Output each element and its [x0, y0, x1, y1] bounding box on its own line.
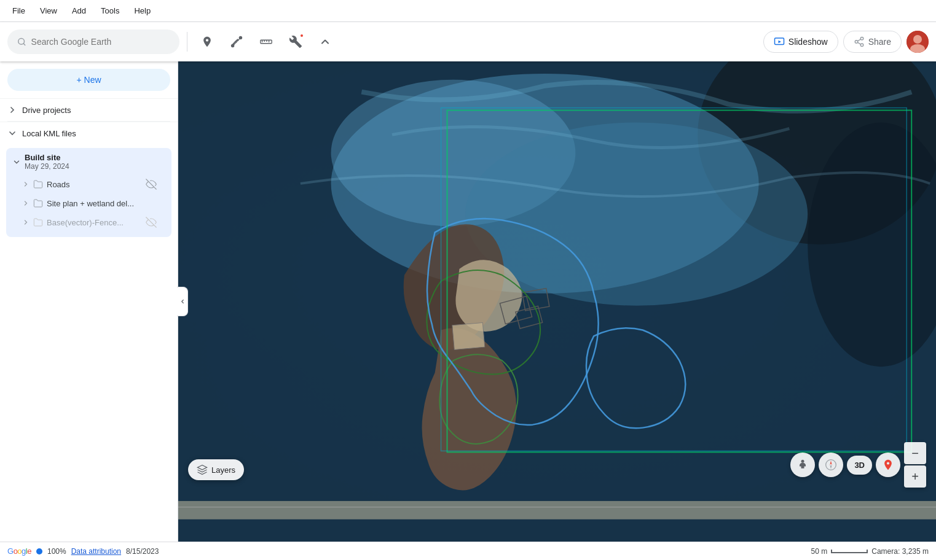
svg-marker-35: [198, 465, 207, 470]
sidebar: + New Drive projects Local KML files Bui…: [0, 61, 178, 542]
search-icon: [17, 37, 26, 47]
share-label: Share: [868, 37, 891, 47]
zoom-out-button[interactable]: −: [904, 442, 926, 464]
expand-arrow-siteplan: [22, 200, 29, 207]
percentage: 100%: [47, 547, 66, 556]
draw-line-button[interactable]: [224, 29, 249, 54]
folder-icon-base: [33, 217, 43, 227]
slideshow-label: Slideshow: [789, 37, 828, 47]
menu-file[interactable]: File: [5, 2, 33, 19]
visibility-off-icon-base[interactable]: [146, 217, 157, 228]
drive-projects-section[interactable]: Drive projects: [0, 98, 178, 121]
slideshow-button[interactable]: Slideshow: [763, 31, 838, 53]
pegman-icon: [796, 459, 809, 471]
layers-label: Layers: [211, 465, 235, 475]
main-wrapper: + New Drive projects Local KML files Bui…: [0, 61, 936, 542]
folder-row-base[interactable]: Base(vector)-Fence...: [12, 212, 165, 232]
avatar-image: [907, 31, 929, 53]
menu-add[interactable]: Add: [65, 2, 93, 19]
3d-button[interactable]: 3D: [847, 456, 872, 475]
folder-row-siteplan[interactable]: Site plan + wetland del...: [12, 194, 165, 212]
folder-siteplan-label: Site plan + wetland del...: [47, 199, 157, 208]
topbar-right: Slideshow Share: [763, 31, 929, 53]
collapse-toolbar-button[interactable]: [313, 29, 337, 54]
search-input[interactable]: [31, 37, 170, 47]
chevron-right-icon: [7, 105, 17, 115]
local-kml-label: Local KML files: [22, 129, 76, 138]
sidebar-collapse-handle[interactable]: [177, 287, 188, 316]
share-icon: [854, 36, 865, 47]
loading-indicator: [36, 548, 42, 554]
camera-info: Camera: 3,235 m: [871, 547, 929, 556]
status-date: 8/15/2023: [126, 547, 159, 556]
compass-button[interactable]: [819, 453, 843, 477]
pegman-button[interactable]: [790, 453, 815, 477]
share-button[interactable]: Share: [843, 31, 902, 53]
layers-button[interactable]: Layers: [188, 459, 244, 480]
svg-line-1: [23, 44, 25, 45]
kml-project-item: Build site May 29, 2024 Roads: [6, 148, 171, 237]
svg-marker-39: [830, 465, 832, 469]
compass-icon: [825, 459, 837, 471]
zoom-controls: − +: [904, 442, 926, 488]
place-pin-button[interactable]: [195, 29, 219, 54]
place-pin-icon: [201, 36, 213, 48]
expand-arrow-base: [22, 219, 29, 226]
statusbar: Google 100% Data attribution 8/15/2023 5…: [0, 542, 936, 560]
avatar[interactable]: [907, 31, 929, 53]
folder-list: Roads Site plan + wetland del...: [12, 174, 165, 232]
svg-point-11: [860, 37, 863, 41]
north-pin-icon: [882, 459, 894, 471]
layers-icon: [197, 464, 208, 475]
menu-view[interactable]: View: [33, 2, 65, 19]
svg-line-14: [857, 42, 860, 44]
zoom-in-button[interactable]: +: [904, 465, 926, 488]
drive-projects-label: Drive projects: [22, 106, 71, 115]
kml-item-header: Build site May 29, 2024: [12, 153, 165, 171]
svg-marker-10: [778, 41, 781, 44]
3d-label: 3D: [854, 461, 865, 470]
folder-base-label: Base(vector)-Fence...: [47, 218, 142, 227]
svg-point-13: [860, 44, 863, 47]
svg-marker-38: [830, 461, 832, 465]
svg-point-17: [913, 35, 922, 44]
scale-label: 50 m: [811, 547, 828, 556]
folder-roads-label: Roads: [47, 180, 142, 189]
svg-line-15: [857, 39, 860, 41]
project-info: Build site May 29, 2024: [25, 153, 69, 171]
google-logo: Google: [7, 546, 31, 556]
folder-icon-siteplan: [33, 198, 43, 208]
project-collapse-icon[interactable]: [12, 158, 21, 166]
visibility-off-icon-roads[interactable]: [146, 179, 157, 190]
folder-icon-roads: [33, 179, 43, 189]
project-title: Build site: [25, 153, 69, 162]
measure-icon: [259, 35, 273, 49]
measure-button[interactable]: [254, 29, 278, 54]
folder-row-roads[interactable]: Roads: [12, 174, 165, 194]
map-area[interactable]: Layers 3D: [178, 61, 936, 542]
toolbar: Slideshow Share: [0, 22, 936, 61]
slideshow-icon: [774, 36, 785, 47]
svg-point-12: [855, 41, 858, 44]
menubar: File View Add Tools Help: [0, 0, 936, 22]
menu-tools[interactable]: Tools: [93, 2, 127, 19]
svg-point-36: [801, 460, 804, 463]
local-kml-section[interactable]: Local KML files: [0, 122, 178, 144]
search-box[interactable]: [7, 29, 179, 54]
menu-help[interactable]: Help: [127, 2, 158, 19]
new-button[interactable]: + New: [7, 69, 170, 91]
scale-bar: 50 m Camera: 3,235 m: [811, 547, 929, 556]
divider-1: [187, 32, 187, 52]
chevron-down-icon: [7, 128, 17, 138]
expand-arrow-roads: [22, 181, 29, 188]
north-pin-button[interactable]: [876, 453, 900, 477]
collapse-arrow-icon: [179, 298, 186, 305]
data-attribution-link[interactable]: Data attribution: [71, 547, 121, 556]
project-date: May 29, 2024: [25, 162, 69, 171]
scale-line-graphic: [831, 550, 868, 553]
tools-button[interactable]: [283, 29, 308, 54]
draw-line-icon: [230, 35, 243, 49]
map-controls: 3D − +: [790, 442, 926, 488]
chevron-up-icon: [319, 36, 331, 48]
